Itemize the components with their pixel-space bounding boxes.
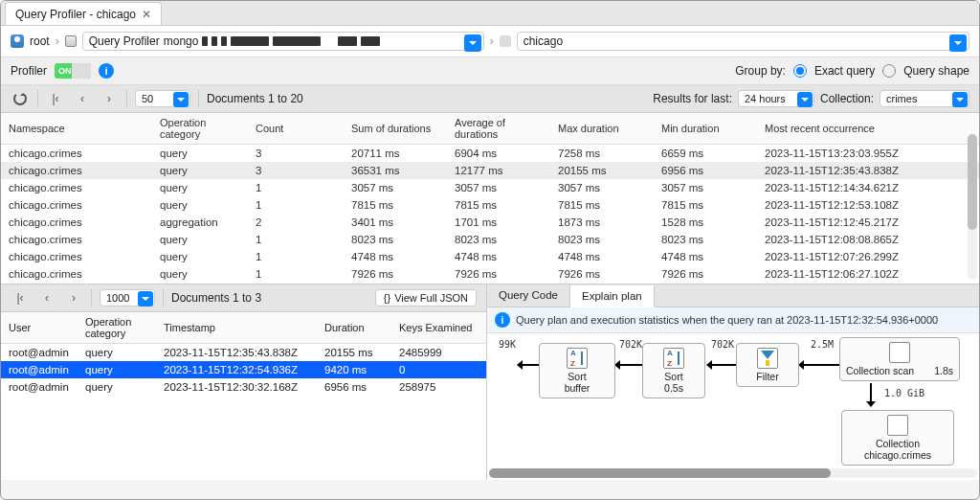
table-row[interactable]: root@adminquery2023-11-15T12:35:43.838Z2… <box>1 344 486 362</box>
column-header[interactable]: Count <box>248 113 344 145</box>
plan-info-bar: i Query plan and execution statistics wh… <box>487 307 979 333</box>
prev-page-button[interactable]: ‹ <box>73 89 92 108</box>
chevron-down-icon <box>797 92 813 107</box>
radio-exact-query[interactable] <box>793 64 807 78</box>
first-page-button[interactable]: |‹ <box>46 89 65 108</box>
table-row[interactable]: root@adminquery2023-11-15T12:32:54.936Z9… <box>1 361 486 378</box>
database-selector[interactable]: chicago <box>517 32 969 51</box>
plan-stage-filter[interactable]: Filter <box>736 343 799 387</box>
first-page-button[interactable]: |‹ <box>11 288 30 307</box>
profiler-toolbar: Profiler ON i Group by: Exact query Quer… <box>1 57 979 85</box>
tab-query-code[interactable]: Query Code <box>487 284 570 307</box>
info-icon: i <box>495 312 510 328</box>
chevron-down-icon <box>952 92 968 107</box>
column-header[interactable]: Keys Examined <box>391 312 486 344</box>
detail-page-size-select[interactable]: 1000 <box>100 289 155 307</box>
chevron-down-icon <box>173 92 189 107</box>
time-range-select[interactable]: 24 hours <box>738 90 814 107</box>
table-row[interactable]: chicago.crimesquery18023 ms8023 ms8023 m… <box>1 231 979 248</box>
connection-selector[interactable]: Query Profiler mongo <box>82 32 484 51</box>
column-header[interactable]: Namespace <box>1 113 152 145</box>
profiler-label: Profiler <box>11 64 47 78</box>
breadcrumb-database: chicago <box>523 34 563 48</box>
table-row[interactable]: chicago.crimesquery17815 ms7815 ms7815 m… <box>1 196 979 214</box>
column-header[interactable]: Average of durations <box>447 113 550 145</box>
chevron-down-icon <box>138 291 153 307</box>
radio-exact-query-label[interactable]: Exact query <box>814 64 875 78</box>
chevron-down-icon[interactable] <box>949 34 967 52</box>
column-header[interactable]: Duration <box>317 312 391 344</box>
json-icon: {} <box>384 292 390 304</box>
chevron-down-icon[interactable] <box>464 34 481 52</box>
plan-stage-collection[interactable]: Collectionchicago.crimes <box>841 410 954 466</box>
results-for-last-label: Results for last: <box>653 92 732 105</box>
filter-icon <box>757 348 778 369</box>
next-page-button[interactable]: › <box>64 288 83 307</box>
column-header[interactable]: Most recent occurrence <box>757 113 979 145</box>
vertical-scrollbar[interactable] <box>968 134 977 280</box>
breadcrumb-user: root <box>30 34 50 48</box>
plan-stage-sort[interactable]: Sort0.5s <box>642 343 705 398</box>
detail-docs-range: Documents 1 to 3 <box>171 291 261 305</box>
docs-range-label: Documents 1 to 20 <box>207 92 303 105</box>
table-row[interactable]: chicago.crimesquery336531 ms12177 ms2015… <box>1 162 979 179</box>
radio-query-shape[interactable] <box>882 64 896 78</box>
table-row[interactable]: chicago.crimesquery1321 ms321 ms321 ms32… <box>1 283 979 284</box>
edge-label: 2.5M <box>811 339 834 350</box>
edge-label: 1.0 GiB <box>876 388 933 398</box>
arrow-icon <box>518 364 539 366</box>
column-header[interactable]: Max duration <box>550 113 654 145</box>
table-row[interactable]: chicago.crimesquery14748 ms4748 ms4748 m… <box>1 248 979 265</box>
edge-label: 702K <box>711 339 734 350</box>
table-row[interactable]: chicago.crimesquery13057 ms3057 ms3057 m… <box>1 179 979 196</box>
table-row[interactable]: chicago.crimesquery320711 ms6904 ms7258 … <box>1 145 979 163</box>
tab-query-profiler[interactable]: Query Profiler - chicago ✕ <box>5 2 162 25</box>
page-size-select[interactable]: 50 <box>135 90 190 107</box>
column-header[interactable]: Min duration <box>654 113 757 145</box>
collection-scan-icon <box>889 342 910 363</box>
close-icon[interactable]: ✕ <box>142 8 151 21</box>
breadcrumb-page: Query Profiler <box>89 34 160 48</box>
database-icon <box>500 35 511 47</box>
horizontal-scrollbar[interactable] <box>489 468 977 478</box>
query-detail-pane: |‹ ‹ › 1000 Documents 1 to 3 {} View Ful… <box>1 284 487 480</box>
refresh-button[interactable] <box>11 89 30 108</box>
server-icon <box>65 35 77 47</box>
plan-stage-sort-buffer[interactable]: Sortbuffer <box>539 343 615 398</box>
column-header[interactable]: Operation category <box>78 312 156 344</box>
tab-bar: Query Profiler - chicago ✕ <box>1 1 979 26</box>
arrow-icon <box>615 364 642 366</box>
info-icon[interactable]: i <box>99 63 114 79</box>
user-icon <box>11 34 24 48</box>
column-header[interactable]: Timestamp <box>156 312 317 344</box>
prev-page-button[interactable]: ‹ <box>37 288 56 307</box>
tab-title: Query Profiler - chicago <box>15 8 136 21</box>
column-header[interactable]: Sum of durations <box>344 113 447 145</box>
query-samples-table[interactable]: UserOperation categoryTimestampDurationK… <box>1 312 486 396</box>
plan-stage-collection-scan[interactable]: Collection scan1.8s <box>839 337 960 381</box>
column-header[interactable]: Operation category <box>152 113 248 145</box>
table-row[interactable]: chicago.crimesaggregation23401 ms1701 ms… <box>1 214 979 231</box>
explain-plan-diagram[interactable]: 99K 702K 702K 2.5M Sortbuffer Sort0.5s F… <box>487 333 979 480</box>
profiler-toggle[interactable]: ON <box>55 63 91 79</box>
edge-label: 99K <box>499 339 516 350</box>
collection-select[interactable]: crimes <box>880 90 969 107</box>
collection-label: Collection: <box>820 92 874 105</box>
chevron-right-icon: › <box>490 34 494 48</box>
tab-explain-plan[interactable]: Explain plan <box>570 285 655 307</box>
results-toolbar: |‹ ‹ › 50 Documents 1 to 20 Results for … <box>1 85 979 113</box>
collection-icon <box>887 415 908 436</box>
arrow-icon <box>870 383 872 406</box>
detail-toolbar: |‹ ‹ › 1000 Documents 1 to 3 {} View Ful… <box>1 284 486 312</box>
next-page-button[interactable]: › <box>100 89 119 108</box>
groupby-label: Group by: <box>735 64 786 78</box>
profiler-results-table[interactable]: NamespaceOperation categoryCountSum of d… <box>1 113 979 284</box>
breadcrumb-conn-word: mongo <box>164 34 199 48</box>
radio-query-shape-label[interactable]: Query shape <box>903 64 969 78</box>
sort-icon <box>567 348 588 369</box>
view-full-json-button[interactable]: {} View Full JSON <box>375 289 477 307</box>
right-tabs: Query Code Explain plan <box>487 284 979 307</box>
column-header[interactable]: User <box>1 312 78 344</box>
table-row[interactable]: root@adminquery2023-11-15T12:30:32.168Z6… <box>1 378 486 396</box>
table-row[interactable]: chicago.crimesquery17926 ms7926 ms7926 m… <box>1 265 979 283</box>
